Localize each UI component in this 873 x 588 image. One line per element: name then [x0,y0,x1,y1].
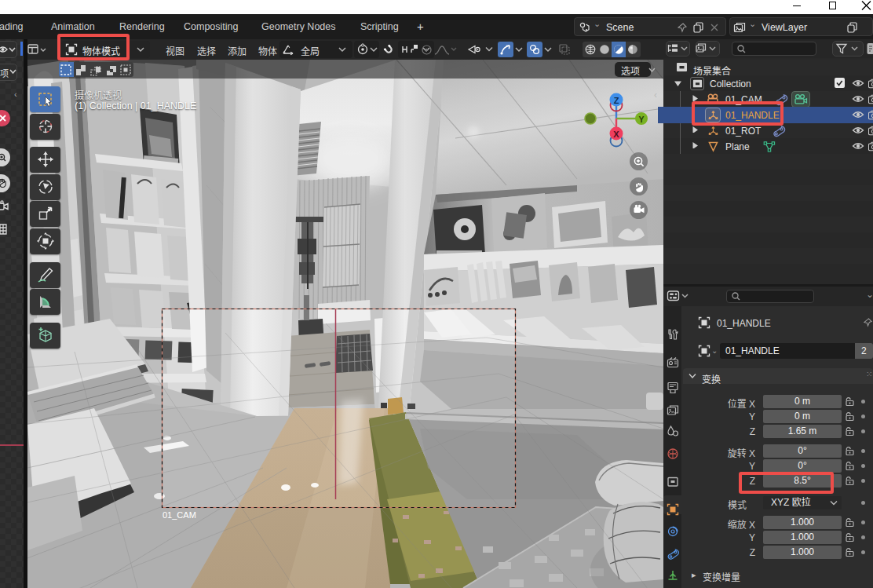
svg-text:01_CAM: 01_CAM [163,510,196,520]
svg-text:Z: Z [614,96,619,105]
svg-text:Y: Y [638,115,644,124]
svg-text:X: X [613,130,619,139]
